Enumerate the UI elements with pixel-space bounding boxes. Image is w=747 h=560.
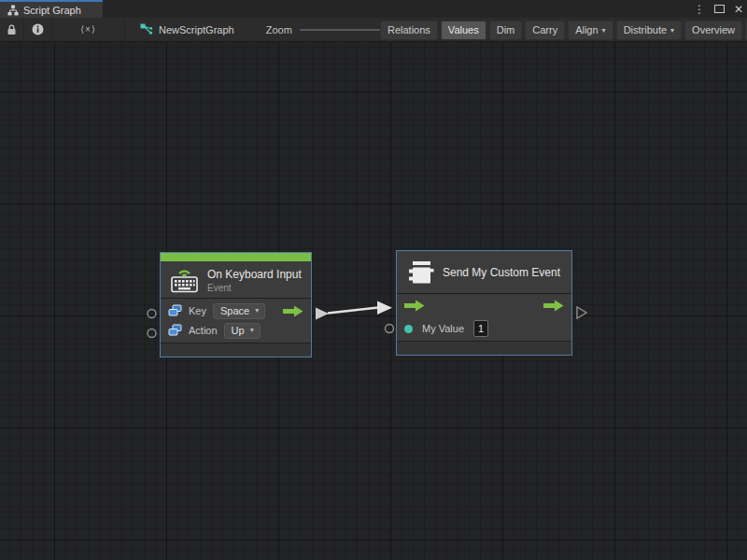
menu-kebab-icon[interactable]: ⋮ <box>694 4 705 15</box>
action-input-port <box>148 329 156 338</box>
graph-hierarchy-icon <box>7 5 19 16</box>
tab-title: Script Graph <box>23 5 81 16</box>
node-send-my-custom-event[interactable]: Send My Custom Event My Value <box>396 250 572 356</box>
zoom-slider[interactable] <box>300 29 389 31</box>
graph-name: NewScriptGraph <box>159 24 234 35</box>
info-icon <box>32 23 44 35</box>
info-button[interactable] <box>24 18 52 42</box>
literal-icon <box>168 304 182 317</box>
values-button[interactable]: Values <box>441 21 486 40</box>
key-input-port <box>148 310 156 318</box>
distribute-dropdown-button[interactable]: Distribute ▾ <box>616 21 682 40</box>
code-view-button[interactable]: ⟨×⟩ <box>52 18 125 42</box>
graph-reference[interactable]: NewScriptGraph <box>140 23 234 35</box>
relations-button[interactable]: Relations <box>380 21 438 40</box>
graph-toolbar: ⟨×⟩ NewScriptGraph Zoom 1x Relations Val… <box>0 18 747 42</box>
chevron-down-icon: ▾ <box>602 26 606 35</box>
connections-overlay <box>0 42 747 560</box>
key-port-label: Key <box>189 305 206 316</box>
lock-button[interactable] <box>0 18 24 42</box>
lock-icon <box>7 24 17 35</box>
align-dropdown-button[interactable]: Align ▾ <box>568 21 613 40</box>
key-port-row: Key Space ▾ <box>161 301 311 321</box>
node-subtitle: Event <box>207 283 302 293</box>
value-port-dot-icon[interactable] <box>404 325 413 333</box>
my-value-input[interactable]: 1 <box>473 320 488 337</box>
chevron-down-icon: ▾ <box>670 26 674 35</box>
graph-canvas[interactable]: On Keyboard Input Event Key Space ▾ <box>0 42 747 560</box>
my-value-label: My Value <box>422 323 464 334</box>
keyboard-icon <box>170 267 199 293</box>
dim-button[interactable]: Dim <box>489 21 523 40</box>
tab-bar: Script Graph ⋮ ✕ <box>0 0 747 18</box>
chevron-down-icon: ▾ <box>250 326 254 334</box>
tab-script-graph[interactable]: Script Graph <box>0 0 103 18</box>
control-flow-row <box>397 294 571 316</box>
my-value-row: My Value 1 <box>397 316 571 341</box>
connection-start-arrow <box>316 308 329 320</box>
custom-event-icon <box>406 259 434 286</box>
control-output-arrow-icon[interactable] <box>283 305 303 317</box>
action-dropdown[interactable]: Up ▾ <box>224 323 261 339</box>
carry-button[interactable]: Carry <box>525 21 565 40</box>
angle-brackets-x-icon: ⟨×⟩ <box>80 24 96 35</box>
node-title: Send My Custom Event <box>443 266 560 279</box>
close-icon[interactable]: ✕ <box>734 4 743 15</box>
node-on-keyboard-input[interactable]: On Keyboard Input Event Key Space ▾ <box>160 252 312 357</box>
control-output-arrow-icon[interactable] <box>543 300 564 312</box>
chevron-down-icon: ▾ <box>255 306 259 315</box>
my-value-input-port <box>386 325 394 333</box>
node-title: On Keyboard Input <box>207 268 302 281</box>
overview-button[interactable]: Overview <box>684 21 742 40</box>
script-graph-asset-icon <box>140 23 153 35</box>
node-footer <box>397 342 571 355</box>
output-port-triangle <box>577 307 586 318</box>
literal-icon <box>168 324 182 337</box>
connection-wire <box>328 308 378 314</box>
node-footer <box>161 343 311 357</box>
control-input-arrow-icon[interactable] <box>404 300 425 312</box>
connection-end-arrow <box>377 301 392 315</box>
zoom-label: Zoom <box>266 24 292 35</box>
event-accent-bar <box>161 253 311 261</box>
key-dropdown[interactable]: Space ▾ <box>213 303 265 319</box>
action-port-label: Action <box>189 325 218 336</box>
maximize-icon[interactable] <box>714 5 725 13</box>
action-port-row: Action Up ▾ <box>161 321 311 341</box>
